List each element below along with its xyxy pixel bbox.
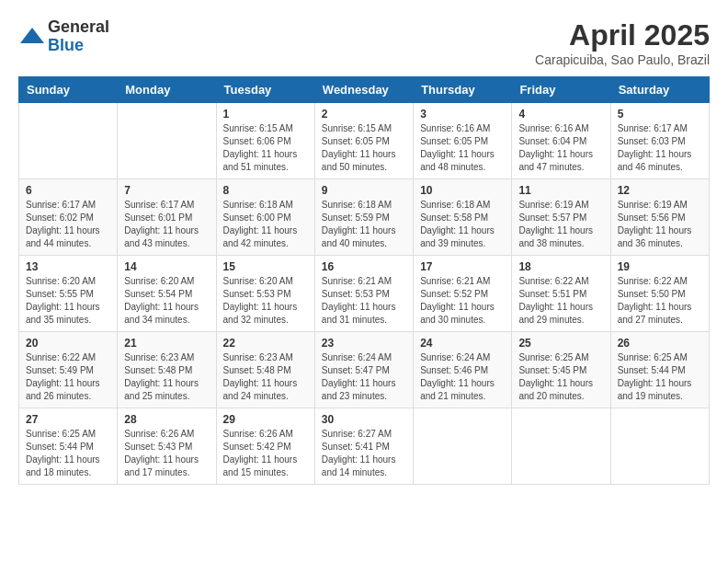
- day-cell: 4Sunrise: 6:16 AM Sunset: 6:04 PM Daylig…: [512, 103, 610, 179]
- day-cell: 16Sunrise: 6:21 AM Sunset: 5:53 PM Dayli…: [314, 256, 413, 332]
- day-cell: 26Sunrise: 6:25 AM Sunset: 5:44 PM Dayli…: [610, 332, 709, 408]
- week-row-4: 20Sunrise: 6:22 AM Sunset: 5:49 PM Dayli…: [19, 332, 710, 408]
- day-number: 29: [223, 413, 308, 426]
- day-info: Sunrise: 6:15 AM Sunset: 6:06 PM Dayligh…: [223, 122, 308, 174]
- day-cell: 11Sunrise: 6:19 AM Sunset: 5:57 PM Dayli…: [512, 179, 610, 256]
- day-cell: 6Sunrise: 6:17 AM Sunset: 6:02 PM Daylig…: [19, 179, 118, 256]
- day-info: Sunrise: 6:17 AM Sunset: 6:01 PM Dayligh…: [124, 199, 209, 250]
- day-info: Sunrise: 6:25 AM Sunset: 5:44 PM Dayligh…: [618, 351, 702, 403]
- day-cell: 22Sunrise: 6:23 AM Sunset: 5:48 PM Dayli…: [216, 332, 314, 408]
- day-info: Sunrise: 6:18 AM Sunset: 6:00 PM Dayligh…: [223, 199, 308, 250]
- day-info: Sunrise: 6:16 AM Sunset: 6:04 PM Dayligh…: [518, 122, 603, 174]
- day-cell: 13Sunrise: 6:20 AM Sunset: 5:55 PM Dayli…: [19, 256, 118, 332]
- day-number: 8: [223, 184, 308, 197]
- day-info: Sunrise: 6:25 AM Sunset: 5:45 PM Dayligh…: [518, 351, 603, 403]
- day-info: Sunrise: 6:27 AM Sunset: 5:41 PM Dayligh…: [322, 428, 406, 479]
- day-cell: [512, 408, 610, 485]
- day-info: Sunrise: 6:23 AM Sunset: 5:48 PM Dayligh…: [124, 351, 209, 403]
- day-info: Sunrise: 6:20 AM Sunset: 5:53 PM Dayligh…: [223, 275, 308, 327]
- day-number: 5: [618, 108, 702, 121]
- logo-text: General Blue: [48, 18, 109, 55]
- header-cell-thursday: Thursday: [414, 77, 512, 103]
- logo-icon: [18, 23, 46, 51]
- day-number: 18: [518, 260, 603, 273]
- day-cell: 19Sunrise: 6:22 AM Sunset: 5:50 PM Dayli…: [610, 256, 709, 332]
- title-section: April 2025 Carapicuiba, Sao Paulo, Brazi…: [535, 18, 710, 67]
- week-row-5: 27Sunrise: 6:25 AM Sunset: 5:44 PM Dayli…: [19, 408, 710, 485]
- day-cell: [118, 103, 216, 179]
- day-number: 30: [322, 413, 406, 426]
- day-cell: 25Sunrise: 6:25 AM Sunset: 5:45 PM Dayli…: [512, 332, 610, 408]
- day-info: Sunrise: 6:22 AM Sunset: 5:50 PM Dayligh…: [618, 275, 702, 327]
- day-info: Sunrise: 6:16 AM Sunset: 6:05 PM Dayligh…: [420, 122, 505, 174]
- day-cell: 5Sunrise: 6:17 AM Sunset: 6:03 PM Daylig…: [610, 103, 709, 179]
- day-cell: 1Sunrise: 6:15 AM Sunset: 6:06 PM Daylig…: [216, 103, 314, 179]
- day-cell: 24Sunrise: 6:24 AM Sunset: 5:46 PM Dayli…: [414, 332, 512, 408]
- day-info: Sunrise: 6:21 AM Sunset: 5:52 PM Dayligh…: [420, 275, 505, 327]
- day-number: 16: [322, 260, 406, 273]
- day-cell: [610, 408, 709, 485]
- month-year-title: April 2025: [535, 18, 710, 52]
- day-number: 28: [124, 413, 209, 426]
- day-cell: 17Sunrise: 6:21 AM Sunset: 5:52 PM Dayli…: [414, 256, 512, 332]
- day-cell: [414, 408, 512, 485]
- day-number: 6: [26, 184, 110, 197]
- day-number: 21: [124, 337, 209, 350]
- day-cell: 2Sunrise: 6:15 AM Sunset: 6:05 PM Daylig…: [314, 103, 413, 179]
- week-row-3: 13Sunrise: 6:20 AM Sunset: 5:55 PM Dayli…: [19, 256, 710, 332]
- day-number: 20: [26, 337, 110, 350]
- header-cell-wednesday: Wednesday: [314, 77, 413, 103]
- day-cell: 23Sunrise: 6:24 AM Sunset: 5:47 PM Dayli…: [314, 332, 413, 408]
- day-number: 24: [420, 337, 505, 350]
- logo-blue: Blue: [48, 37, 109, 55]
- day-number: 14: [124, 260, 209, 273]
- day-info: Sunrise: 6:19 AM Sunset: 5:56 PM Dayligh…: [618, 199, 702, 250]
- day-info: Sunrise: 6:21 AM Sunset: 5:53 PM Dayligh…: [322, 275, 406, 327]
- logo-general: General: [48, 18, 109, 37]
- day-number: 13: [26, 260, 110, 273]
- header-cell-saturday: Saturday: [610, 77, 709, 103]
- day-cell: 15Sunrise: 6:20 AM Sunset: 5:53 PM Dayli…: [216, 256, 314, 332]
- day-cell: 3Sunrise: 6:16 AM Sunset: 6:05 PM Daylig…: [414, 103, 512, 179]
- day-info: Sunrise: 6:26 AM Sunset: 5:42 PM Dayligh…: [223, 428, 308, 479]
- day-info: Sunrise: 6:26 AM Sunset: 5:43 PM Dayligh…: [124, 428, 209, 479]
- day-number: 10: [420, 184, 505, 197]
- day-info: Sunrise: 6:22 AM Sunset: 5:49 PM Dayligh…: [26, 351, 110, 403]
- location-subtitle: Carapicuiba, Sao Paulo, Brazil: [535, 52, 710, 67]
- day-number: 7: [124, 184, 209, 197]
- day-number: 15: [223, 260, 308, 273]
- calendar-header: SundayMondayTuesdayWednesdayThursdayFrid…: [19, 77, 710, 103]
- day-info: Sunrise: 6:24 AM Sunset: 5:47 PM Dayligh…: [322, 351, 406, 403]
- day-number: 12: [618, 184, 702, 197]
- day-cell: 7Sunrise: 6:17 AM Sunset: 6:01 PM Daylig…: [118, 179, 216, 256]
- day-cell: 18Sunrise: 6:22 AM Sunset: 5:51 PM Dayli…: [512, 256, 610, 332]
- day-info: Sunrise: 6:18 AM Sunset: 5:59 PM Dayligh…: [322, 199, 406, 250]
- day-number: 23: [322, 337, 406, 350]
- day-number: 25: [518, 337, 603, 350]
- day-cell: [19, 103, 118, 179]
- day-cell: 30Sunrise: 6:27 AM Sunset: 5:41 PM Dayli…: [314, 408, 413, 485]
- day-number: 9: [322, 184, 406, 197]
- day-info: Sunrise: 6:22 AM Sunset: 5:51 PM Dayligh…: [518, 275, 603, 327]
- day-number: 22: [223, 337, 308, 350]
- day-info: Sunrise: 6:23 AM Sunset: 5:48 PM Dayligh…: [223, 351, 308, 403]
- day-cell: 9Sunrise: 6:18 AM Sunset: 5:59 PM Daylig…: [314, 179, 413, 256]
- day-cell: 27Sunrise: 6:25 AM Sunset: 5:44 PM Dayli…: [19, 408, 118, 485]
- day-info: Sunrise: 6:17 AM Sunset: 6:03 PM Dayligh…: [618, 122, 702, 174]
- day-info: Sunrise: 6:24 AM Sunset: 5:46 PM Dayligh…: [420, 351, 505, 403]
- day-cell: 12Sunrise: 6:19 AM Sunset: 5:56 PM Dayli…: [610, 179, 709, 256]
- week-row-2: 6Sunrise: 6:17 AM Sunset: 6:02 PM Daylig…: [19, 179, 710, 256]
- header-cell-friday: Friday: [512, 77, 610, 103]
- day-cell: 8Sunrise: 6:18 AM Sunset: 6:00 PM Daylig…: [216, 179, 314, 256]
- day-cell: 21Sunrise: 6:23 AM Sunset: 5:48 PM Dayli…: [118, 332, 216, 408]
- day-number: 11: [518, 184, 603, 197]
- day-info: Sunrise: 6:25 AM Sunset: 5:44 PM Dayligh…: [26, 428, 110, 479]
- day-number: 4: [518, 108, 603, 121]
- day-number: 17: [420, 260, 505, 273]
- week-row-1: 1Sunrise: 6:15 AM Sunset: 6:06 PM Daylig…: [19, 103, 710, 179]
- day-number: 26: [618, 337, 702, 350]
- day-cell: 10Sunrise: 6:18 AM Sunset: 5:58 PM Dayli…: [414, 179, 512, 256]
- day-cell: 14Sunrise: 6:20 AM Sunset: 5:54 PM Dayli…: [118, 256, 216, 332]
- header-cell-tuesday: Tuesday: [216, 77, 314, 103]
- day-number: 27: [26, 413, 110, 426]
